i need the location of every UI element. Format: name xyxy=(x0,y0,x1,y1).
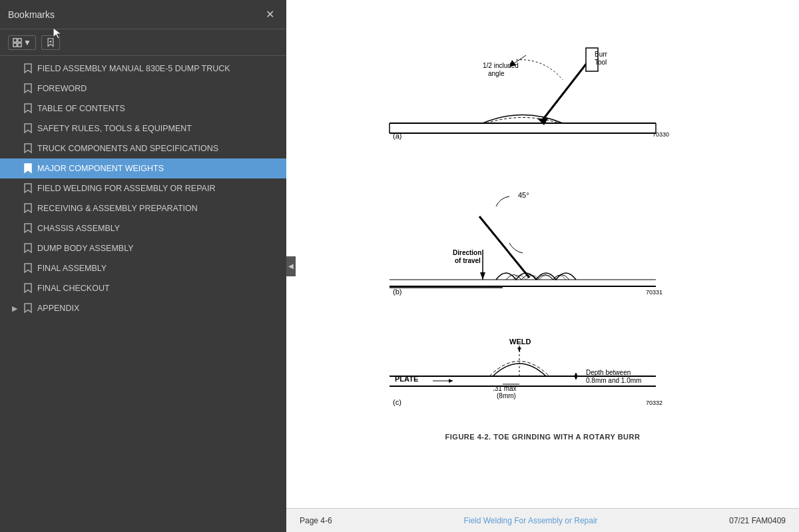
svg-text:(c): (c) xyxy=(393,398,401,406)
diagram-a: 1/2 included angle 1/2 included angle Bu… xyxy=(350,20,736,143)
bookmark-label: FOREWORD xyxy=(37,84,87,93)
bookmark-icon xyxy=(46,38,55,47)
bookmark-icon xyxy=(24,263,32,274)
svg-marker-49 xyxy=(517,348,521,352)
bookmark-item[interactable]: RECEIVING & ASSEMBLY PREPARATION xyxy=(0,198,286,218)
bookmark-item[interactable]: ▶APPENDIX xyxy=(0,298,286,318)
expand-arrow-icon xyxy=(11,125,19,133)
svg-text:1/2 included: 1/2 included xyxy=(483,62,519,69)
expand-arrow-icon xyxy=(11,204,19,212)
expand-arrow-icon xyxy=(11,65,19,73)
expand-arrow-down: ▼ xyxy=(23,38,31,47)
main-content: 1/2 included angle 1/2 included angle Bu… xyxy=(286,0,799,532)
diagram-c: .31 max (8mm) WELD PLATE Depth between 0… xyxy=(350,310,736,413)
bookmark-icon xyxy=(24,183,32,194)
bookmark-icon xyxy=(24,203,32,214)
svg-rect-1 xyxy=(18,38,21,41)
sidebar-header: Bookmarks ✕ xyxy=(0,0,286,29)
expand-arrow-icon xyxy=(11,224,19,232)
svg-text:70331: 70331 xyxy=(646,289,663,296)
bookmark-icon xyxy=(24,243,32,254)
diagram-b: 45° 45° Direction of travel (b) 70331 xyxy=(350,156,736,296)
diagram-c-svg: .31 max (8mm) WELD PLATE Depth between 0… xyxy=(350,310,696,413)
bookmark-label: RECEIVING & ASSEMBLY PREPARATION xyxy=(37,204,198,213)
diagram-a-svg: 1/2 included angle 1/2 included angle Bu… xyxy=(350,20,696,143)
expand-arrow-icon xyxy=(11,85,19,93)
svg-line-24 xyxy=(479,216,529,278)
diagrams-container: 1/2 included angle 1/2 included angle Bu… xyxy=(350,20,736,441)
svg-text:0.8mm and 1.0mm: 0.8mm and 1.0mm xyxy=(586,377,641,384)
bookmark-item[interactable]: FINAL CHECKOUT xyxy=(0,278,286,298)
bookmark-list: FIELD ASSEMBLY MANUAL 830E-5 DUMP TRUCKF… xyxy=(0,56,286,532)
bookmark-item[interactable]: DUMP BODY ASSEMBLY xyxy=(0,238,286,258)
expand-icon xyxy=(13,38,22,47)
svg-marker-39 xyxy=(574,373,578,376)
bookmark-label: TABLE OF CONTENTS xyxy=(37,104,125,113)
bookmark-item[interactable]: FINAL ASSEMBLY xyxy=(0,258,286,278)
svg-text:(8mm): (8mm) xyxy=(497,392,516,399)
expand-arrow-icon xyxy=(11,184,19,192)
svg-text:of travel: of travel xyxy=(455,257,481,264)
bookmark-item[interactable]: SAFETY RULES, TOOLS & EQUIPMENT xyxy=(0,119,286,138)
svg-text:Direction: Direction xyxy=(453,249,481,256)
svg-text:45°: 45° xyxy=(518,191,529,199)
bookmark-label: APPENDIX xyxy=(37,304,79,313)
svg-rect-3 xyxy=(18,43,21,46)
svg-text:WELD: WELD xyxy=(509,338,531,346)
bookmark-label: MAJOR COMPONENT WEIGHTS xyxy=(37,164,164,173)
bookmark-label: FINAL ASSEMBLY xyxy=(37,264,107,273)
svg-text:70332: 70332 xyxy=(646,399,663,406)
svg-text:(a): (a) xyxy=(393,132,401,140)
bookmark-icon xyxy=(24,83,32,94)
svg-text:Tool: Tool xyxy=(595,59,607,66)
expand-arrow-icon xyxy=(11,164,19,172)
expand-arrow-icon xyxy=(11,264,19,272)
bookmark-label: DUMP BODY ASSEMBLY xyxy=(37,244,134,253)
expand-arrow-icon xyxy=(11,105,19,113)
bookmark-item[interactable]: FOREWORD xyxy=(0,79,286,99)
bookmark-item[interactable]: FIELD WELDING FOR ASSEMBLY OR REPAIR xyxy=(0,178,286,198)
bookmark-add-button[interactable] xyxy=(41,35,60,50)
svg-line-10 xyxy=(543,60,589,120)
svg-text:70330: 70330 xyxy=(653,131,669,138)
bookmark-label: FIELD ASSEMBLY MANUAL 830E-5 DUMP TRUCK xyxy=(37,64,230,73)
page-number: Page 4-6 xyxy=(300,516,332,525)
bookmark-label: FINAL CHECKOUT xyxy=(37,284,110,293)
svg-text:.31 max: .31 max xyxy=(493,385,517,392)
footer-date-doc: 07/21 FAM0409 xyxy=(729,516,786,525)
expand-arrow-icon xyxy=(11,284,19,292)
bookmark-icon xyxy=(24,303,32,314)
bookmark-label: SAFETY RULES, TOOLS & EQUIPMENT xyxy=(37,124,192,133)
bookmark-item[interactable]: MAJOR COMPONENT WEIGHTS xyxy=(0,158,286,178)
close-button[interactable]: ✕ xyxy=(262,7,278,22)
expand-arrow-icon xyxy=(11,144,19,152)
bookmark-icon xyxy=(24,103,32,114)
bookmark-icon xyxy=(24,283,32,294)
expand-collapse-button[interactable]: ▼ xyxy=(8,35,36,50)
svg-text:PLATE: PLATE xyxy=(395,375,418,383)
svg-rect-0 xyxy=(13,38,17,41)
expand-arrow-icon: ▶ xyxy=(11,304,19,312)
expand-arrow-icon xyxy=(11,244,19,252)
bookmark-item[interactable]: FIELD ASSEMBLY MANUAL 830E-5 DUMP TRUCK xyxy=(0,59,286,79)
bookmark-item[interactable]: TRUCK COMPONENTS AND SPECIFICATIONS xyxy=(0,138,286,158)
sidebar-toolbar: ▼ xyxy=(0,29,286,56)
svg-marker-40 xyxy=(574,376,578,380)
footer-section-title: Field Welding For Assembly or Repair xyxy=(463,516,597,525)
bookmark-label: CHASSIS ASSEMBLY xyxy=(37,224,120,233)
bookmark-item[interactable]: TABLE OF CONTENTS xyxy=(0,99,286,119)
svg-text:angle: angle xyxy=(488,70,505,77)
bookmark-icon xyxy=(24,143,32,154)
svg-text:(b): (b) xyxy=(393,288,401,296)
svg-marker-47 xyxy=(449,379,453,383)
sidebar-title: Bookmarks xyxy=(8,9,55,20)
collapse-panel-button[interactable]: ◀ xyxy=(286,256,296,276)
bookmark-item[interactable]: CHASSIS ASSEMBLY xyxy=(0,218,286,238)
bookmark-icon xyxy=(24,123,32,134)
bookmark-icon xyxy=(24,63,32,74)
bookmark-label: TRUCK COMPONENTS AND SPECIFICATIONS xyxy=(37,144,218,153)
figure-caption: FIGURE 4-2. TOE GRINDING WITH A ROTARY B… xyxy=(350,433,736,441)
page-content: 1/2 included angle 1/2 included angle Bu… xyxy=(286,0,799,508)
bookmark-icon xyxy=(24,163,32,174)
svg-text:Burr: Burr xyxy=(595,51,608,58)
